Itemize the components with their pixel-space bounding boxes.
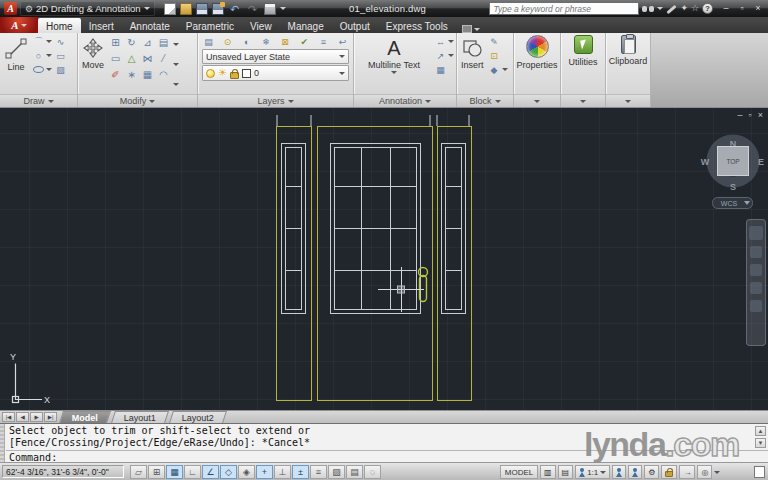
- toggle-polar-tracking[interactable]: ∠: [202, 465, 219, 479]
- move-tool-button[interactable]: Move: [80, 35, 106, 94]
- rectangle-tool-button[interactable]: ▭: [54, 49, 67, 62]
- workspace-switching-button[interactable]: ⚙: [644, 465, 659, 479]
- close-button[interactable]: ×: [752, 2, 764, 15]
- circle-tool-button[interactable]: ○: [32, 49, 45, 62]
- toggle-object-snap-tracking[interactable]: +: [256, 465, 273, 479]
- arc-dropdown-icon[interactable]: [46, 40, 52, 43]
- command-scroll-down-button[interactable]: ▼: [755, 438, 766, 448]
- search-input[interactable]: [493, 4, 635, 14]
- sidelight-right-mullions[interactable]: [446, 187, 462, 271]
- undo-button[interactable]: ↶: [228, 3, 242, 15]
- toggle-dynamic-input[interactable]: ±: [292, 465, 309, 479]
- toggle-object-snap[interactable]: ◇: [220, 465, 237, 479]
- next-tab-button[interactable]: ▶: [30, 412, 43, 422]
- modify-dropdown-1-icon[interactable]: [173, 43, 179, 46]
- panel-label-clipboard[interactable]: [606, 94, 650, 107]
- panel-label-block[interactable]: Block: [457, 94, 513, 107]
- polyline-tool-button[interactable]: ∿: [54, 35, 67, 48]
- tab-view[interactable]: View: [242, 18, 280, 33]
- rotate-tool-button[interactable]: ↻: [124, 35, 139, 50]
- layer-isolate-button[interactable]: ◐: [240, 35, 253, 48]
- sidelight-left-mullions[interactable]: [286, 187, 302, 271]
- hatch-tool-button[interactable]: ▨: [54, 63, 67, 76]
- array-tool-button[interactable]: ▦: [140, 67, 155, 82]
- drawing-canvas[interactable]: – ▫ ×: [0, 108, 768, 410]
- layer-on-bulb-icon[interactable]: [206, 69, 215, 78]
- annotation-scale-button[interactable]: 1:1: [575, 465, 610, 479]
- application-status-menu-icon[interactable]: [714, 471, 720, 474]
- block-attributes-button[interactable]: ◆: [488, 63, 501, 76]
- drawing-minimize-button[interactable]: –: [738, 110, 743, 120]
- annotation-visibility-button[interactable]: [612, 465, 626, 479]
- mirror-tool-button[interactable]: ⋈: [140, 51, 155, 66]
- door-elevation-drawing[interactable]: Y X N S W E TOP WCS: [0, 108, 768, 410]
- layer-previous-button[interactable]: ↩: [336, 35, 349, 48]
- favorites-star-icon[interactable]: ☆: [691, 2, 699, 15]
- orbit-icon[interactable]: [750, 282, 762, 294]
- layer-match-button[interactable]: ≡: [317, 35, 330, 48]
- hardware-acceleration-button[interactable]: →: [679, 465, 695, 479]
- viewcube[interactable]: N S W E TOP WCS: [701, 139, 764, 209]
- tab-home[interactable]: Home: [38, 18, 81, 33]
- panel-label-properties[interactable]: [514, 94, 560, 107]
- arc-tool-button[interactable]: ⌒: [32, 35, 45, 48]
- viewcube-south[interactable]: S: [730, 182, 736, 192]
- toggle-infer-constraints[interactable]: ▱: [130, 465, 147, 479]
- layer-state-dropdown[interactable]: Unsaved Layer State: [202, 49, 349, 64]
- block-create-button[interactable]: ⊡: [488, 49, 501, 62]
- toggle-selection-cycling[interactable]: ◌: [364, 465, 381, 479]
- stretch-tool-button[interactable]: ▭: [108, 51, 123, 66]
- offset-tool-button[interactable]: △: [124, 51, 139, 66]
- fillet-tool-button[interactable]: ◠: [156, 67, 171, 82]
- sidelight-right-frame[interactable]: [438, 127, 472, 401]
- toggle-ortho-mode[interactable]: ∟: [184, 465, 201, 479]
- scale-tool-button[interactable]: ⊿: [140, 35, 155, 50]
- leader-dropdown-icon[interactable]: [448, 54, 454, 57]
- steering-wheel-icon[interactable]: [749, 226, 763, 240]
- prev-tab-button[interactable]: ◀: [16, 412, 29, 422]
- last-tab-button[interactable]: ▶|: [44, 412, 57, 422]
- layer-freeze-button[interactable]: ❄: [259, 35, 272, 48]
- layer-off-button[interactable]: ⊙: [221, 35, 234, 48]
- minimize-button[interactable]: –: [720, 2, 732, 15]
- header-tick-lines[interactable]: [277, 115, 469, 126]
- navigation-bar[interactable]: [746, 219, 766, 346]
- first-tab-button[interactable]: |◀: [2, 412, 15, 422]
- dimension-tool-button[interactable]: ↔: [434, 35, 447, 48]
- erase-tool-button[interactable]: ✐: [108, 67, 123, 82]
- command-window-grip[interactable]: [0, 424, 5, 462]
- circle-dropdown-icon[interactable]: [46, 54, 52, 57]
- toggle-transparency[interactable]: ▨: [328, 465, 345, 479]
- toggle-dynamic-ucs[interactable]: ⊥: [274, 465, 291, 479]
- showmotion-icon[interactable]: [750, 300, 762, 312]
- panel-label-utilities[interactable]: [561, 94, 605, 107]
- tab-annotate[interactable]: Annotate: [122, 18, 178, 33]
- ellipse-tool-button[interactable]: [32, 63, 45, 76]
- drawing-close-button[interactable]: ×: [758, 110, 763, 120]
- utilities-icon[interactable]: [574, 35, 593, 54]
- tab-manage[interactable]: Manage: [280, 18, 332, 33]
- copy-tool-button[interactable]: ⊞: [108, 35, 123, 50]
- toggle-grid-display[interactable]: ▦: [166, 465, 183, 479]
- isolate-objects-button[interactable]: ◎: [697, 465, 712, 479]
- toggle-lineweight[interactable]: ≡: [310, 465, 327, 479]
- help-icon[interactable]: ?: [702, 3, 713, 14]
- ellipse-dropdown-icon[interactable]: [46, 68, 52, 71]
- plot-button[interactable]: [264, 3, 276, 15]
- clipboard-icon[interactable]: [621, 35, 636, 54]
- trim-tool-button[interactable]: ⁄: [156, 51, 171, 66]
- layer-lock-button[interactable]: ⊠: [279, 35, 292, 48]
- tab-layout1[interactable]: Layout1: [111, 411, 169, 423]
- line-tool-button[interactable]: Line: [2, 35, 30, 94]
- door-handle[interactable]: [419, 268, 428, 302]
- auto-annotation-scale-button[interactable]: [628, 465, 642, 479]
- layer-color-swatch[interactable]: [242, 69, 251, 78]
- new-file-button[interactable]: [164, 3, 176, 15]
- workspace-switcher[interactable]: ⚙ 2D Drafting & Annotation: [20, 1, 155, 16]
- model-space-button[interactable]: MODEL: [500, 465, 538, 479]
- application-menu-button[interactable]: A: [0, 17, 38, 33]
- autocad-logo-icon[interactable]: A: [4, 2, 17, 15]
- tab-layout2[interactable]: Layout2: [169, 411, 227, 423]
- table-tool-button[interactable]: ▦: [434, 63, 447, 76]
- block-edit-button[interactable]: ✎: [488, 35, 501, 48]
